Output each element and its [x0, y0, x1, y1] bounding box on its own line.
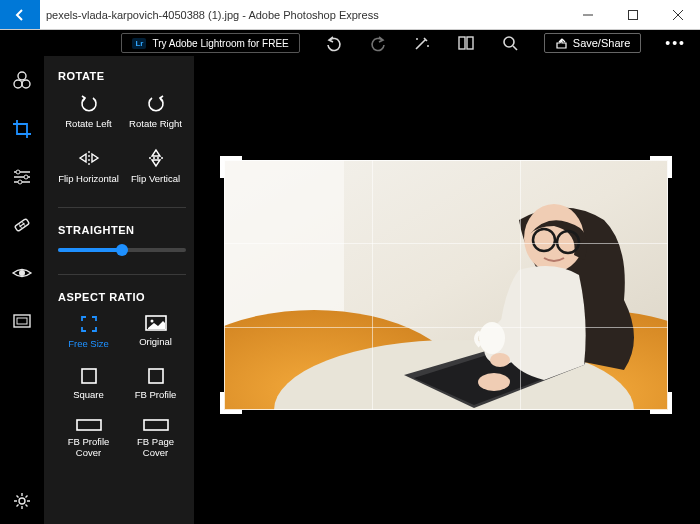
aspect-label: Free Size [68, 339, 109, 350]
toolbar: Lr Try Adobe Lightroom for FREE Save/Sha… [0, 30, 700, 56]
lightroom-promo-label: Try Adobe Lightroom for FREE [152, 38, 288, 49]
svg-point-33 [490, 353, 510, 367]
square-icon [81, 368, 97, 384]
flip-horizontal-button[interactable]: Flip Horizontal [58, 149, 119, 184]
svg-point-18 [150, 319, 153, 322]
crop-panel: ROTATE Rotate Left Rotate Right Flip Hor… [44, 56, 194, 524]
aspect-original[interactable]: Original [125, 315, 186, 350]
auto-enhance-button[interactable] [412, 33, 432, 53]
lightroom-promo-button[interactable]: Lr Try Adobe Lightroom for FREE [121, 33, 299, 53]
aspect-label: FB Profile [135, 390, 177, 401]
title-bar: pexels-vlada-karpovich-4050388 (1).jpg -… [0, 0, 700, 30]
rotate-heading: ROTATE [58, 70, 186, 82]
undo-button[interactable] [324, 33, 344, 53]
svg-rect-4 [467, 37, 473, 49]
fb-profile-icon [148, 368, 164, 384]
crop-handle-br[interactable] [650, 392, 672, 414]
svg-point-9 [16, 170, 20, 174]
crop-handle-tl[interactable] [220, 156, 242, 178]
border-tab[interactable] [11, 310, 33, 332]
close-button[interactable] [655, 0, 700, 30]
window-title: pexels-vlada-karpovich-4050388 (1).jpg -… [40, 9, 565, 21]
svg-point-11 [18, 180, 22, 184]
rotate-right-label: Rotate Right [129, 118, 182, 129]
back-button[interactable] [0, 0, 40, 29]
heal-tab[interactable] [11, 214, 33, 236]
aspect-fb-profile[interactable]: FB Profile [125, 368, 186, 401]
flip-v-icon [145, 149, 167, 167]
minimize-button[interactable] [565, 0, 610, 30]
flip-vertical-button[interactable]: Flip Vertical [125, 149, 186, 184]
svg-point-10 [24, 175, 28, 179]
svg-rect-3 [459, 37, 465, 49]
fb-page-cover-icon [143, 419, 169, 431]
more-button[interactable]: ••• [665, 35, 686, 51]
save-share-button[interactable]: Save/Share [544, 33, 641, 53]
svg-rect-21 [77, 420, 101, 430]
crop-frame[interactable] [224, 160, 668, 410]
svg-point-5 [504, 37, 514, 47]
corrections-tab[interactable] [11, 166, 33, 188]
svg-point-32 [479, 322, 505, 354]
aspect-fb-profile-cover[interactable]: FB Profile Cover [58, 419, 119, 459]
crop-tab[interactable] [11, 118, 33, 140]
aspect-label: FB Profile Cover [58, 437, 119, 459]
maximize-button[interactable] [610, 0, 655, 30]
save-share-label: Save/Share [573, 37, 630, 49]
zoom-button[interactable] [500, 33, 520, 53]
canvas[interactable] [194, 56, 700, 524]
rotate-left-button[interactable]: Rotate Left [58, 94, 119, 129]
svg-point-7 [14, 80, 22, 88]
slider-thumb[interactable] [116, 244, 128, 256]
fb-profile-cover-icon [76, 419, 102, 431]
svg-rect-14 [14, 315, 30, 327]
redeye-tab[interactable] [11, 262, 33, 284]
svg-rect-15 [17, 318, 27, 324]
svg-point-16 [19, 498, 25, 504]
flip-v-label: Flip Vertical [131, 173, 180, 184]
svg-rect-19 [82, 369, 96, 383]
aspect-label: FB Page Cover [125, 437, 186, 459]
aspect-label: Square [73, 390, 104, 401]
share-icon [555, 37, 568, 50]
original-icon [145, 315, 167, 331]
aspect-free-size[interactable]: Free Size [58, 315, 119, 350]
divider [58, 274, 186, 275]
icon-rail [0, 56, 44, 524]
crop-handle-bl[interactable] [220, 392, 242, 414]
flip-h-icon [78, 149, 100, 167]
compare-button[interactable] [456, 33, 476, 53]
free-size-icon [80, 315, 98, 333]
settings-button[interactable] [11, 490, 33, 512]
rotate-right-icon [145, 94, 167, 112]
straighten-slider[interactable] [58, 248, 186, 252]
flip-h-label: Flip Horizontal [58, 173, 119, 184]
svg-point-34 [478, 373, 510, 391]
crop-handle-tr[interactable] [650, 156, 672, 178]
divider [58, 207, 186, 208]
svg-rect-22 [144, 420, 168, 430]
svg-point-1 [416, 38, 418, 40]
lightroom-icon: Lr [132, 38, 146, 49]
aspect-fb-page-cover[interactable]: FB Page Cover [125, 419, 186, 459]
photo [224, 160, 668, 410]
straighten-heading: STRAIGHTEN [58, 224, 186, 236]
svg-point-13 [19, 270, 25, 276]
rotate-left-label: Rotate Left [65, 118, 111, 129]
adjust-tab[interactable] [11, 70, 33, 92]
aspect-label: Original [139, 337, 172, 348]
svg-point-6 [18, 72, 26, 80]
rotate-left-icon [78, 94, 100, 112]
svg-rect-0 [628, 10, 637, 19]
svg-point-2 [427, 45, 429, 47]
rotate-right-button[interactable]: Rotate Right [125, 94, 186, 129]
svg-rect-20 [149, 369, 163, 383]
aspect-square[interactable]: Square [58, 368, 119, 401]
redo-button[interactable] [368, 33, 388, 53]
aspect-heading: ASPECT RATIO [58, 291, 186, 303]
window-controls [565, 0, 700, 30]
svg-point-8 [22, 80, 30, 88]
